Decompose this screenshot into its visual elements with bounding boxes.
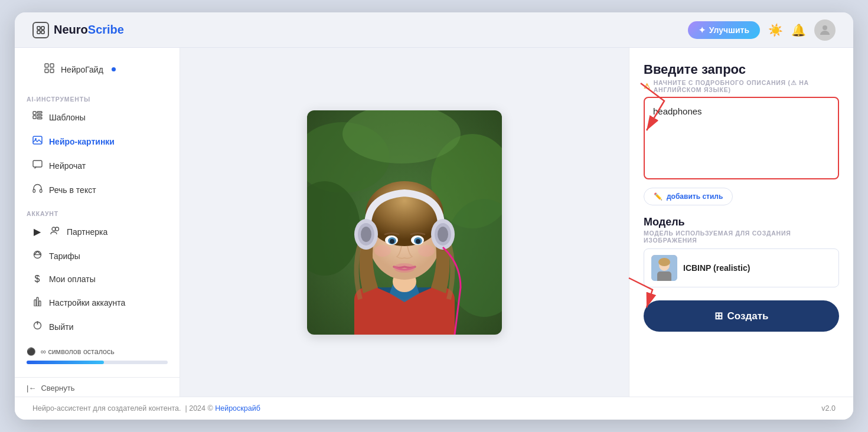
svg-rect-10 bbox=[37, 112, 42, 113]
panel-title: Введите запрос bbox=[644, 62, 839, 77]
svg-point-43 bbox=[416, 239, 420, 244]
create-button[interactable]: ⊞ Создать bbox=[644, 300, 839, 332]
upgrade-label: Улучшить bbox=[709, 25, 749, 35]
subtitle-text: НАЧНИТЕ С ПОДРОБНОГО ОПИСАНИЯ (⚠ НА АНГЛ… bbox=[654, 79, 839, 93]
sidebar-item-speech-to-text[interactable]: Речь в текст bbox=[19, 178, 175, 201]
model-name: ICBINP (realistic) bbox=[683, 263, 750, 273]
main-content bbox=[180, 48, 629, 397]
panel-subtitle: ⚠ НАЧНИТЕ С ПОДРОБНОГО ОПИСАНИЯ (⚠ НА АН… bbox=[644, 79, 839, 93]
expand-icon: ▶ bbox=[31, 226, 43, 237]
progress-bar-fill bbox=[27, 361, 104, 364]
version-label: v2.0 bbox=[821, 404, 836, 413]
svg-rect-7 bbox=[45, 69, 48, 73]
sidebar-top: НейроГайд bbox=[15, 48, 180, 87]
grid-icon bbox=[43, 63, 55, 76]
add-style-icon: ✏️ bbox=[654, 192, 663, 201]
upgrade-button[interactable]: ✦ Улучшить bbox=[688, 21, 760, 39]
speech-to-text-label: Речь в текст bbox=[49, 185, 96, 195]
upgrade-icon: ✦ bbox=[699, 25, 706, 35]
add-style-button[interactable]: ✏️ добавить стиль bbox=[644, 188, 733, 205]
svg-rect-9 bbox=[33, 112, 36, 114]
svg-rect-11 bbox=[37, 114, 42, 116]
model-thumbnail bbox=[651, 255, 677, 281]
svg-point-46 bbox=[418, 245, 435, 257]
ai-tools-section-label: AI-ИНСТРУМЕНТЫ bbox=[15, 87, 180, 105]
svg-rect-1 bbox=[41, 27, 44, 30]
svg-rect-13 bbox=[37, 117, 42, 119]
svg-rect-5 bbox=[45, 64, 48, 67]
svg-point-4 bbox=[823, 25, 827, 30]
svg-rect-18 bbox=[40, 189, 42, 192]
symbols-row: ⚫ ∞ символов осталось bbox=[27, 347, 168, 356]
svg-rect-17 bbox=[33, 189, 35, 192]
svg-rect-56 bbox=[657, 271, 671, 281]
sidebar-item-neuro-images[interactable]: Нейро-картинки bbox=[19, 130, 175, 153]
sidebar-item-logout[interactable]: Выйти bbox=[19, 315, 175, 338]
avatar[interactable] bbox=[814, 19, 836, 41]
svg-rect-14 bbox=[33, 136, 42, 144]
sidebar-item-account-settings[interactable]: Настройки аккаунта bbox=[19, 291, 175, 314]
svg-rect-22 bbox=[34, 300, 36, 306]
sidebar: НейроГайд AI-ИНСТРУМЕНТЫ Шаблоны bbox=[15, 48, 180, 397]
svg-rect-0 bbox=[37, 27, 40, 30]
prompt-textarea[interactable] bbox=[644, 97, 839, 179]
svg-rect-6 bbox=[50, 64, 54, 67]
sidebar-item-neurochat[interactable]: Нейрочат bbox=[19, 154, 175, 177]
create-icon: ⊞ bbox=[714, 310, 723, 322]
svg-rect-8 bbox=[50, 69, 54, 73]
collapse-icon: |← bbox=[27, 384, 36, 392]
neiroguide-label: НейроГайд bbox=[61, 65, 103, 74]
footer-text: Нейро-ассистент для создателей контента.… bbox=[32, 404, 260, 413]
svg-rect-3 bbox=[41, 31, 44, 34]
body: НейроГайд AI-ИНСТРУМЕНТЫ Шаблоны bbox=[15, 48, 853, 397]
theme-toggle-button[interactable]: ☀️ bbox=[768, 23, 783, 37]
symbols-label: ∞ символов осталось bbox=[41, 348, 115, 356]
sun-icon: ☀️ bbox=[768, 23, 783, 37]
svg-rect-23 bbox=[37, 297, 38, 306]
svg-rect-12 bbox=[33, 116, 36, 119]
plans-icon bbox=[31, 250, 43, 262]
neurochat-label: Нейрочат bbox=[49, 161, 86, 171]
sidebar-item-neiroguide[interactable]: НейроГайд bbox=[31, 58, 163, 81]
footer-link[interactable]: Нейроскрайб bbox=[215, 404, 260, 413]
model-section-title: Модель bbox=[644, 216, 839, 228]
main-body bbox=[180, 48, 629, 397]
neiroguide-badge bbox=[112, 67, 116, 71]
svg-point-15 bbox=[35, 138, 37, 140]
sidebar-bottom: ⚫ ∞ символов осталось bbox=[15, 339, 180, 370]
add-style-label: добавить стиль bbox=[667, 192, 723, 201]
sidebar-item-plans[interactable]: Тарифы bbox=[19, 244, 175, 267]
svg-rect-16 bbox=[33, 161, 42, 167]
main-body-wrapper: Введите запрос ⚠ НАЧНИТЕ С ПОДРОБНОГО ОП… bbox=[180, 48, 853, 397]
payments-label: Мои оплаты bbox=[49, 274, 96, 284]
logo-icon bbox=[32, 22, 49, 38]
app-window: NeuroScribe ✦ Улучшить ☀️ 🔔 bbox=[15, 12, 853, 420]
svg-point-49 bbox=[361, 227, 371, 242]
create-label: Создать bbox=[727, 310, 769, 322]
bell-icon: 🔔 bbox=[791, 23, 806, 37]
partner-icon bbox=[49, 225, 61, 238]
logout-icon bbox=[31, 320, 43, 333]
model-section: Модель МОДЕЛЬ ИСПОЛЬЗУЕМАЯ ДЛЯ СОЗДАНИЯ … bbox=[644, 216, 839, 287]
right-panel: Введите запрос ⚠ НАЧНИТЕ С ПОДРОБНОГО ОП… bbox=[629, 48, 853, 397]
collapse-button[interactable]: |← Свернуть bbox=[15, 377, 180, 392]
sidebar-item-partner[interactable]: ▶ Партнерка bbox=[19, 220, 175, 243]
templates-icon bbox=[31, 111, 43, 123]
svg-point-45 bbox=[374, 245, 391, 257]
svg-point-42 bbox=[390, 239, 394, 244]
header: NeuroScribe ✦ Улучшить ☀️ 🔔 bbox=[15, 12, 853, 48]
query-section: Введите запрос ⚠ НАЧНИТЕ С ПОДРОБНОГО ОП… bbox=[644, 62, 839, 205]
image-area bbox=[180, 48, 629, 397]
infinity-icon: ⚫ bbox=[27, 347, 36, 356]
sidebar-item-templates[interactable]: Шаблоны bbox=[19, 106, 175, 129]
model-selector[interactable]: ICBINP (realistic) bbox=[644, 248, 839, 287]
account-section-label: АККАУНТ bbox=[15, 202, 180, 220]
svg-rect-24 bbox=[39, 301, 41, 306]
progress-bar bbox=[27, 361, 168, 364]
collapse-label: Свернуть bbox=[41, 384, 74, 392]
generated-image bbox=[307, 110, 502, 335]
account-settings-label: Настройки аккаунта bbox=[49, 298, 125, 307]
sidebar-item-payments[interactable]: $ Мои оплаты bbox=[19, 269, 175, 290]
model-subtitle: МОДЕЛЬ ИСПОЛЬЗУЕМАЯ ДЛЯ СОЗДАНИЯ ИЗОБРАЖ… bbox=[644, 230, 839, 244]
notifications-button[interactable]: 🔔 bbox=[791, 23, 806, 37]
